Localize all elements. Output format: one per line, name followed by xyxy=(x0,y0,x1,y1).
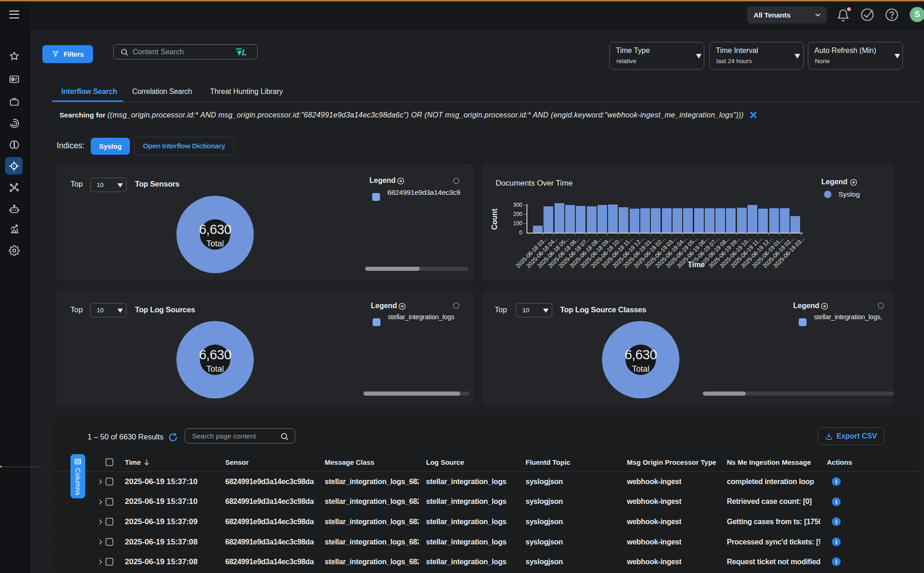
svg-text:L: L xyxy=(242,47,247,57)
